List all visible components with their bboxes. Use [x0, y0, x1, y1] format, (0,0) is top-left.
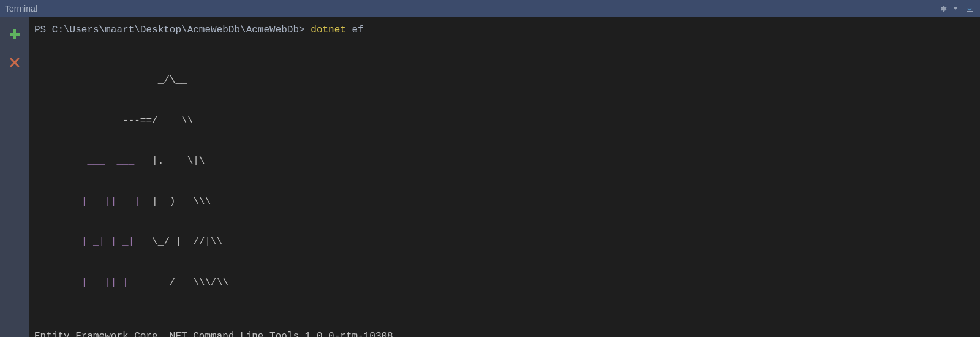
gear-icon[interactable] [937, 3, 948, 14]
prompt-line: PS C:\Users\maart\Desktop\AcmeWebDb\Acme… [34, 23, 975, 37]
sidebar [0, 17, 29, 337]
add-tab-button[interactable] [6, 26, 23, 43]
prompt-path: PS C:\Users\maart\Desktop\AcmeWebDb\Acme… [34, 23, 311, 37]
download-icon[interactable] [964, 3, 975, 14]
main-area: PS C:\Users\maart\Desktop\AcmeWebDb\Acme… [0, 17, 980, 337]
close-tab-button[interactable] [6, 54, 23, 71]
titlebar-actions [937, 3, 975, 14]
version-output: Entity Framework Core .NET Command Line … [34, 330, 975, 337]
titlebar-title: Terminal [5, 4, 37, 13]
prompt-command: dotnet [311, 23, 352, 37]
prompt-arg: ef [352, 23, 364, 37]
ascii-art: _/\__ ---==/ \\ ___ ___ |. \|\ | __|| __… [34, 47, 975, 316]
chevron-down-icon[interactable] [951, 3, 962, 14]
titlebar: Terminal [0, 0, 980, 17]
svg-rect-0 [967, 11, 973, 12]
terminal-panel[interactable]: PS C:\Users\maart\Desktop\AcmeWebDb\Acme… [29, 17, 980, 337]
svg-rect-2 [10, 33, 20, 36]
